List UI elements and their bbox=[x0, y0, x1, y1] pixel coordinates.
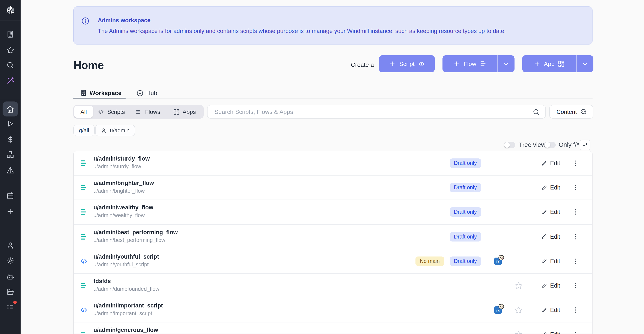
kebab-menu-icon[interactable] bbox=[571, 306, 580, 315]
pencil-icon bbox=[541, 209, 547, 215]
tab-hub[interactable]: Hub bbox=[146, 90, 157, 96]
chevron-down-icon bbox=[582, 61, 588, 67]
table-row[interactable]: u/admin/generous_flowEdit bbox=[74, 323, 592, 334]
create-app-button[interactable]: App bbox=[522, 55, 594, 72]
code-icon bbox=[98, 109, 104, 115]
flow-icon bbox=[80, 282, 88, 290]
edit-label: Edit bbox=[550, 184, 560, 191]
user-icon[interactable] bbox=[6, 241, 14, 249]
edit-button[interactable]: Edit bbox=[541, 258, 560, 264]
star-icon[interactable] bbox=[6, 46, 14, 54]
filter-options-button[interactable] bbox=[580, 140, 590, 150]
kebab-menu-icon[interactable] bbox=[571, 183, 580, 192]
kebab-menu-icon[interactable] bbox=[571, 159, 580, 168]
prism-icon[interactable] bbox=[6, 166, 14, 174]
table-row[interactable]: u/admin/wealthy_flowu/admin/wealthy_flow… bbox=[74, 200, 592, 225]
search-icon[interactable] bbox=[532, 108, 540, 116]
windmill-logo-icon[interactable] bbox=[5, 5, 16, 16]
kebab-menu-icon[interactable] bbox=[571, 208, 580, 217]
item-name[interactable]: u/admin/important_script bbox=[94, 302, 163, 309]
edit-label: Edit bbox=[550, 160, 560, 166]
table-row[interactable]: u/admin/important_scriptu/admin/importan… bbox=[74, 298, 592, 323]
boxes-icon[interactable] bbox=[6, 151, 14, 159]
status-badge: Draft only bbox=[450, 183, 481, 192]
language-badge: TS bbox=[494, 306, 502, 314]
kebab-menu-icon[interactable] bbox=[571, 232, 580, 241]
sidebar-item-home[interactable] bbox=[2, 102, 18, 117]
pencil-icon bbox=[541, 283, 547, 289]
item-name[interactable]: u/admin/wealthy_flow bbox=[94, 204, 153, 211]
robot-icon[interactable] bbox=[6, 273, 14, 281]
favorite-star-icon[interactable] bbox=[514, 331, 523, 334]
status-badge: No main bbox=[416, 257, 444, 266]
banner-title: Admins workspace bbox=[98, 17, 150, 23]
only-f-toggle[interactable] bbox=[544, 142, 556, 148]
flow-dropdown-button[interactable] bbox=[497, 55, 514, 72]
plus-icon bbox=[453, 60, 460, 67]
admins-workspace-banner bbox=[73, 6, 592, 44]
edit-label: Edit bbox=[550, 332, 560, 334]
edit-button[interactable]: Edit bbox=[541, 184, 560, 191]
building-icon[interactable] bbox=[6, 30, 14, 38]
create-flow-label: Flow bbox=[464, 60, 476, 67]
table-row[interactable]: u/admin/best_performing_flowu/admin/best… bbox=[74, 225, 592, 249]
segment-scripts[interactable]: Scripts bbox=[93, 106, 130, 118]
tree-view-toggle[interactable] bbox=[504, 142, 515, 148]
edit-button[interactable]: Edit bbox=[541, 233, 560, 240]
segment-apps[interactable]: Apps bbox=[166, 106, 203, 118]
create-flow-button[interactable]: Flow bbox=[442, 55, 514, 72]
item-name[interactable]: u/admin/best_performing_flow bbox=[94, 229, 178, 235]
tab-workspace[interactable]: Workspace bbox=[90, 90, 122, 96]
gear-icon[interactable] bbox=[6, 257, 14, 265]
badges: Draft only bbox=[450, 183, 481, 192]
folder-open-icon[interactable] bbox=[6, 288, 14, 296]
info-icon bbox=[81, 17, 90, 25]
edit-label: Edit bbox=[550, 258, 560, 264]
kebab-menu-icon[interactable] bbox=[571, 257, 580, 266]
item-path: u/admin/important_script bbox=[94, 311, 152, 317]
item-name[interactable]: u/admin/brighter_flow bbox=[94, 180, 154, 186]
search-icon[interactable] bbox=[6, 61, 14, 69]
item-name[interactable]: fdsfds bbox=[94, 278, 111, 284]
status-badge: Draft only bbox=[450, 257, 481, 266]
table-row[interactable]: u/admin/brighter_flowu/admin/brighter_fl… bbox=[74, 175, 592, 200]
sidebar-divider bbox=[0, 20, 20, 21]
filter-chip-g-all[interactable]: g/all bbox=[73, 125, 95, 136]
pencil-icon bbox=[541, 332, 547, 334]
badges: Draft only bbox=[450, 159, 481, 168]
segment-flows[interactable]: Flows bbox=[130, 106, 166, 118]
kebab-menu-icon[interactable] bbox=[571, 281, 580, 290]
table-row[interactable]: fdsfdsu/admin/dumbfounded_flowEdit bbox=[74, 274, 592, 298]
segment-all[interactable]: All bbox=[74, 106, 93, 118]
item-path: u/admin/wealthy_flow bbox=[94, 213, 145, 219]
favorite-star-icon[interactable] bbox=[514, 306, 523, 314]
banner-description: The Admins workspace is for admins only … bbox=[98, 28, 506, 34]
tabs-divider bbox=[73, 99, 592, 99]
table-row[interactable]: u/admin/youthful_scriptu/admin/youthful_… bbox=[74, 249, 592, 274]
play-icon[interactable] bbox=[6, 120, 14, 128]
item-name[interactable]: u/admin/youthful_script bbox=[94, 254, 159, 260]
search-input[interactable] bbox=[208, 105, 546, 118]
edit-button[interactable]: Edit bbox=[541, 307, 560, 313]
table-row[interactable]: u/admin/sturdy_flowu/admin/sturdy_flowDr… bbox=[74, 151, 592, 175]
favorite-star-icon[interactable] bbox=[514, 282, 523, 290]
item-name[interactable]: u/admin/sturdy_flow bbox=[94, 156, 150, 162]
item-name[interactable]: u/admin/generous_flow bbox=[94, 327, 158, 333]
create-script-button[interactable]: Script bbox=[379, 55, 435, 72]
edit-button[interactable]: Edit bbox=[541, 332, 560, 334]
content-search-button[interactable]: Content bbox=[549, 105, 594, 119]
plus-icon[interactable] bbox=[6, 207, 14, 216]
app-dropdown-button[interactable] bbox=[576, 55, 594, 72]
filter-chip-u-admin[interactable]: u/admin bbox=[95, 125, 135, 136]
wand-sparkles-icon[interactable] bbox=[6, 77, 14, 85]
edit-button[interactable]: Edit bbox=[541, 282, 560, 289]
calendar-icon[interactable] bbox=[6, 192, 14, 200]
edit-button[interactable]: Edit bbox=[541, 160, 560, 166]
edit-button[interactable]: Edit bbox=[541, 209, 560, 215]
dollar-icon[interactable] bbox=[6, 136, 14, 144]
badges: No mainDraft only bbox=[416, 257, 481, 266]
kebab-menu-icon[interactable] bbox=[571, 330, 580, 334]
chip-label: g/all bbox=[79, 127, 89, 134]
items-table: u/admin/sturdy_flowu/admin/sturdy_flowDr… bbox=[73, 151, 592, 334]
search-code-icon bbox=[580, 108, 587, 115]
